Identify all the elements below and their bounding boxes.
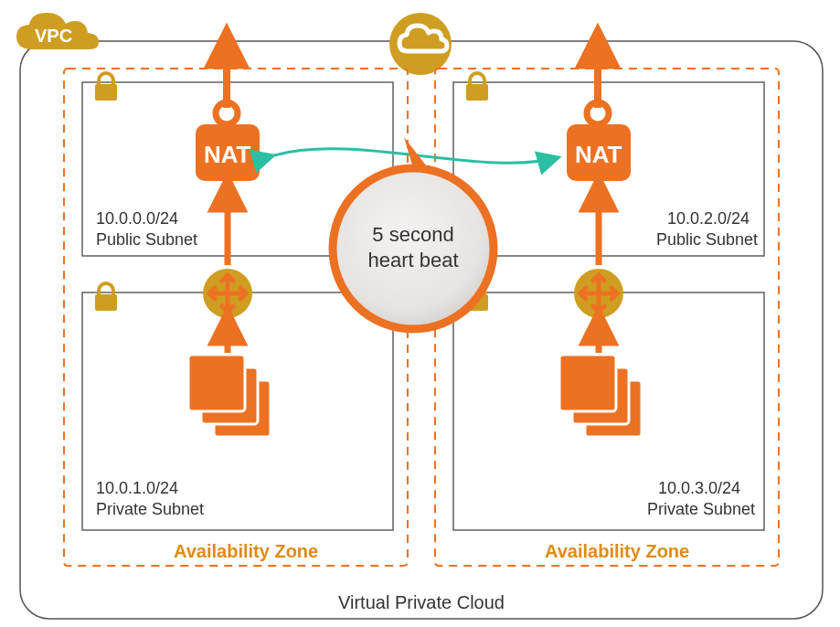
instance-stack-icon: [559, 355, 642, 437]
cloud-icon: [389, 13, 452, 75]
vpc-title: Virtual Private Cloud: [338, 592, 505, 612]
svg-rect-2: [95, 84, 117, 101]
private-right-name: Private Subnet: [647, 500, 755, 518]
instance-stack-icon: [188, 355, 271, 437]
gateway-icon: [216, 46, 238, 124]
svg-rect-26: [559, 355, 616, 411]
heartbeat-line1: 5 second: [372, 223, 453, 246]
private-left-cidr: 10.0.1.0/24: [96, 479, 178, 497]
lock-icon: [95, 283, 117, 311]
nat-box-left: NAT: [196, 124, 260, 181]
router-icon: [574, 269, 623, 318]
heartbeat-line2: heart beat: [367, 249, 458, 271]
router-icon: [203, 269, 252, 318]
az-left-label: Availability Zone: [174, 541, 318, 561]
public-right-cidr: 10.0.2.0/24: [667, 209, 750, 228]
svg-rect-7: [95, 294, 117, 311]
lock-icon: [95, 73, 117, 101]
gateway-icon: [587, 46, 609, 124]
nat-box-right: NAT: [567, 124, 631, 181]
heartbeat-callout: 5 second heart beat: [333, 137, 494, 329]
vpc-badge-label: VPC: [35, 26, 72, 46]
nat-right-label: NAT: [575, 141, 622, 168]
public-right-name: Public Subnet: [656, 230, 758, 249]
svg-rect-15: [466, 84, 488, 101]
lock-icon: [466, 73, 488, 101]
vpc-badge: VPC: [16, 13, 99, 49]
private-left-name: Private Subnet: [96, 500, 204, 518]
diagram-root: Virtual Private Cloud VPC Availability Z…: [0, 0, 840, 627]
public-subnet-right: 10.0.2.0/24 Public Subnet NAT: [453, 46, 764, 256]
svg-rect-13: [188, 355, 245, 411]
public-left-cidr: 10.0.0.0/24: [96, 209, 178, 228]
public-left-name: Public Subnet: [96, 230, 197, 249]
nat-left-label: NAT: [204, 141, 251, 168]
az-right-label: Availability Zone: [545, 541, 689, 561]
private-right-cidr: 10.0.3.0/24: [658, 479, 740, 497]
az-right: Availability Zone 10.0.2.0/24 Public Sub…: [435, 46, 779, 566]
